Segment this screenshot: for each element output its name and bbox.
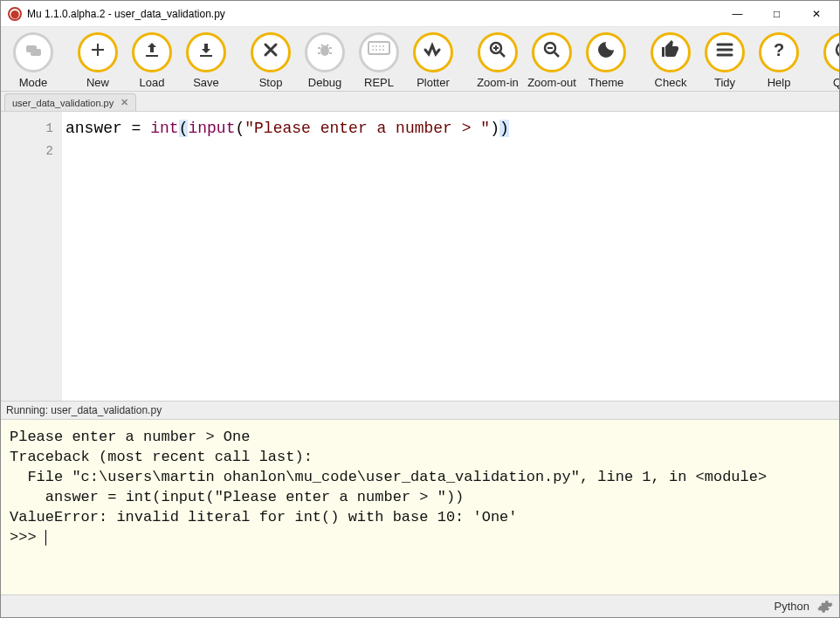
mode-button: Mode <box>6 32 60 89</box>
tidy-icon <box>705 32 745 72</box>
toolbar-label: Save <box>193 76 219 89</box>
load-icon <box>132 32 172 72</box>
tidy-button[interactable]: Tidy <box>698 32 752 89</box>
zoomin-button[interactable]: Zoom-in <box>471 32 525 89</box>
check-button[interactable]: Check <box>644 32 698 89</box>
stop-button[interactable]: Stop <box>244 32 298 89</box>
gutter: 1 2 <box>1 112 62 401</box>
load-button[interactable]: Load <box>125 32 179 89</box>
toolbar-label: Tidy <box>714 76 735 89</box>
status-bar: Python <box>1 594 839 617</box>
toolbar-label: Check <box>655 76 687 89</box>
toolbar-label: Mode <box>19 76 48 89</box>
toolbar-label: Debug <box>308 76 341 89</box>
svg-point-7 <box>382 45 384 47</box>
stop-icon <box>251 32 291 72</box>
toolbar-label: Stop <box>259 76 283 89</box>
console-cursor <box>45 530 46 546</box>
console-output[interactable]: Please enter a number > One Traceback (m… <box>1 420 839 594</box>
svg-point-9 <box>375 49 377 51</box>
help-icon: ? <box>759 32 799 72</box>
svg-point-8 <box>372 49 374 51</box>
toolbar-label: Theme <box>589 76 623 89</box>
save-icon <box>186 32 226 72</box>
check-icon <box>651 32 691 72</box>
toolbar-label: Quit <box>833 76 840 89</box>
svg-rect-1 <box>31 49 41 56</box>
toolbar-label: Load <box>140 76 165 89</box>
run-header: Running: user_data_validation.py <box>1 401 839 420</box>
debug-icon <box>305 32 345 72</box>
svg-point-6 <box>379 45 381 47</box>
maximize-button[interactable]: □ <box>757 1 796 27</box>
window-title: Mu 1.1.0.alpha.2 - user_data_validation.… <box>27 8 225 20</box>
svg-point-4 <box>372 45 374 47</box>
svg-rect-3 <box>368 42 389 54</box>
app-icon: ⬤ <box>8 7 22 21</box>
close-button[interactable]: ✕ <box>796 1 836 27</box>
svg-point-2 <box>320 45 329 56</box>
toolbar: ModeNewLoadSaveStopDebugREPLPlotterZoom-… <box>1 27 839 92</box>
tab-close-icon[interactable]: ✕ <box>120 97 128 108</box>
zoomout-button[interactable]: Zoom-out <box>525 32 579 89</box>
plotter-icon <box>413 32 453 72</box>
gear-icon[interactable] <box>816 598 834 615</box>
toolbar-label: Plotter <box>417 76 450 89</box>
theme-button[interactable]: Theme <box>579 32 633 89</box>
new-icon <box>78 32 118 72</box>
theme-icon <box>586 32 626 72</box>
svg-point-5 <box>375 45 377 47</box>
line-number: 2 <box>1 140 53 162</box>
svg-text:?: ? <box>774 40 784 59</box>
code-editor[interactable]: 1 2 answer = int(input("Please enter a n… <box>1 112 839 401</box>
svg-point-11 <box>382 49 384 51</box>
tab-bar: user_data_validation.py ✕ <box>1 92 839 112</box>
zoomin-icon <box>478 32 518 72</box>
toolbar-label: Help <box>768 76 791 89</box>
toolbar-label: New <box>86 76 109 89</box>
save-button[interactable]: Save <box>179 32 233 89</box>
tab-label: user_data_validation.py <box>12 98 114 108</box>
toolbar-label: REPL <box>364 76 394 89</box>
new-button[interactable]: New <box>71 32 125 89</box>
code-content[interactable]: answer = int(input("Please enter a numbe… <box>62 112 509 401</box>
status-mode: Python <box>775 600 809 613</box>
help-button[interactable]: ?Help <box>752 32 806 89</box>
svg-point-15 <box>837 43 840 57</box>
quit-icon <box>823 32 840 72</box>
svg-point-10 <box>379 49 381 51</box>
quit-button[interactable]: Quit <box>816 32 840 89</box>
line-number: 1 <box>1 117 53 140</box>
zoomout-icon <box>532 32 572 72</box>
mode-icon <box>13 32 53 72</box>
minimize-button[interactable]: — <box>718 1 757 27</box>
repl-icon <box>359 32 399 72</box>
plotter-button[interactable]: Plotter <box>406 32 460 89</box>
repl-button: REPL <box>352 32 406 89</box>
tab-file[interactable]: user_data_validation.py ✕ <box>4 93 136 111</box>
toolbar-label: Zoom-in <box>477 76 519 89</box>
debug-button: Debug <box>298 32 352 89</box>
console-text: Please enter a number > One Traceback (m… <box>10 429 767 546</box>
titlebar: ⬤ Mu 1.1.0.alpha.2 - user_data_validatio… <box>1 1 839 27</box>
toolbar-label: Zoom-out <box>527 76 576 89</box>
